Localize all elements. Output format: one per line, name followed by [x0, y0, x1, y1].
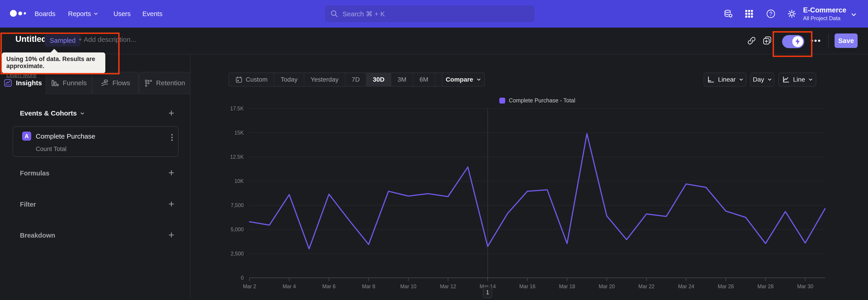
project-selector[interactable]: E-Commerce All Project Data: [803, 0, 855, 28]
add-to-board-icon[interactable]: [762, 35, 773, 46]
range-custom[interactable]: Custom: [229, 73, 274, 86]
flows-icon: [101, 79, 109, 87]
sampled-badge[interactable]: Sampled: [45, 34, 81, 47]
filter-label: Filter: [20, 201, 36, 208]
chevron-down-icon: [80, 111, 84, 115]
x-axis-label: Mar 18: [559, 283, 575, 289]
nav-item-users[interactable]: Users: [114, 0, 131, 28]
insights-icon: [4, 79, 12, 87]
x-axis-label: Mar 4: [283, 283, 296, 289]
range-today[interactable]: Today: [274, 73, 304, 86]
scale-dropdown[interactable]: Linear: [704, 72, 746, 87]
y-axis-label: 5,000: [230, 227, 244, 232]
tooltip-learn-more-link[interactable]: Learn More: [6, 71, 101, 79]
data-governance-icon[interactable]: [723, 9, 733, 19]
project-name: E-Commerce: [803, 6, 846, 14]
compare-label: Compare: [446, 76, 473, 83]
x-axis-label: Mar 6: [322, 283, 336, 289]
range-6m[interactable]: 6M: [413, 73, 435, 86]
nav-item-label: Boards: [35, 10, 55, 18]
tab-label: Flows: [112, 79, 130, 87]
nav-item-label: Events: [143, 10, 162, 18]
formulas-label: Formulas: [20, 170, 50, 177]
titlebar-divider: [828, 34, 829, 48]
scale-label: Linear: [718, 76, 736, 83]
funnels-icon: [51, 79, 59, 87]
chevron-down-icon: [94, 12, 98, 16]
apps-grid-icon[interactable]: [744, 9, 754, 19]
range-label: 3M: [398, 76, 406, 83]
more-menu-button[interactable]: •••: [811, 36, 822, 45]
pagination-page-button[interactable]: 1: [483, 287, 492, 298]
sampling-toggle[interactable]: [782, 35, 804, 48]
interval-label: Day: [753, 76, 764, 83]
range-label: Custom: [246, 76, 268, 83]
project-scope: All Project Data: [803, 15, 846, 22]
add-breakdown-button[interactable]: +: [166, 230, 176, 240]
x-axis-label: Mar 24: [678, 283, 694, 289]
x-axis-label: Mar 22: [638, 283, 655, 289]
event-series-letter: A: [25, 133, 29, 140]
nav-item-reports[interactable]: Reports: [68, 0, 98, 28]
add-formula-button[interactable]: +: [166, 168, 176, 178]
event-name[interactable]: Complete Purchase: [36, 132, 95, 140]
series-line-complete-purchase[interactable]: [250, 133, 825, 249]
nav-item-events[interactable]: Events: [143, 0, 162, 28]
range-label: 30D: [373, 76, 384, 83]
y-axis-label: 17.5K: [230, 106, 244, 112]
lightning-icon: [795, 38, 801, 45]
tab-retention[interactable]: Retention: [139, 72, 191, 94]
add-event-button[interactable]: +: [166, 109, 176, 118]
x-axis-label: Mar 26: [718, 283, 734, 289]
range-label: Yesterday: [311, 76, 339, 83]
add-description-button[interactable]: + Add description...: [78, 36, 136, 43]
charttype-dropdown[interactable]: Line: [778, 72, 816, 87]
event-metric[interactable]: Count Total: [36, 146, 66, 153]
nav-item-boards[interactable]: Boards: [35, 0, 55, 28]
search-input[interactable]: Search ⌘ + K: [325, 5, 535, 22]
events-cohorts-header[interactable]: Events & Cohorts: [20, 110, 84, 117]
mixpanel-logo-icon[interactable]: [10, 10, 26, 17]
add-filter-button[interactable]: +: [166, 200, 176, 209]
tab-label: Funnels: [63, 79, 87, 87]
sampled-badge-label: Sampled: [50, 37, 75, 44]
tab-label: Retention: [156, 79, 185, 87]
range-label: Today: [281, 76, 298, 83]
line-chart[interactable]: 17.5K15K12.5K10K7,5005,0002,5000Mar 2Mar…: [192, 97, 868, 300]
tooltip-text: Using 10% of data. Results are approxima…: [6, 56, 101, 70]
event-options-kebab-icon[interactable]: [168, 133, 176, 142]
range-30d[interactable]: 30D: [366, 73, 391, 86]
save-button[interactable]: Save: [835, 33, 858, 48]
copy-link-icon[interactable]: [746, 35, 757, 46]
range-yesterday[interactable]: Yesterday: [304, 73, 345, 86]
report-title[interactable]: Untitled: [16, 34, 46, 44]
sampling-tooltip: Using 10% of data. Results are approxima…: [2, 53, 105, 73]
y-axis-label: 15K: [235, 130, 244, 136]
chevron-down-icon: [851, 12, 855, 16]
breakdown-label: Breakdown: [20, 232, 55, 239]
event-card[interactable]: A Complete Purchase Count Total: [13, 126, 179, 157]
range-label: 7D: [352, 76, 360, 83]
date-range-segmented-control: Custom Today Yesterday 7D 30D 3M 6M 12M: [228, 72, 460, 87]
help-icon[interactable]: ?: [766, 9, 776, 19]
y-axis-label: 12.5K: [230, 154, 244, 160]
charttype-label: Line: [793, 76, 805, 83]
range-7d[interactable]: 7D: [345, 73, 367, 86]
x-axis-label: Mar 16: [519, 283, 535, 289]
pagination-page-number: 1: [486, 289, 489, 296]
events-cohorts-label: Events & Cohorts: [20, 110, 77, 117]
interval-dropdown[interactable]: Day: [750, 72, 774, 87]
x-axis-label: Mar 30: [797, 283, 813, 289]
settings-icon[interactable]: [787, 9, 797, 19]
search-icon: [330, 10, 338, 18]
chevron-down-icon: [809, 78, 813, 82]
x-axis-label: Mar 12: [440, 283, 456, 289]
range-3m[interactable]: 3M: [391, 73, 413, 86]
compare-dropdown[interactable]: Compare: [442, 72, 485, 87]
event-series-badge: A: [22, 131, 31, 141]
svg-text:?: ?: [770, 11, 772, 17]
save-button-label: Save: [838, 37, 854, 44]
linear-scale-icon: [707, 76, 715, 83]
y-axis-label: 7,500: [230, 202, 244, 208]
line-chart-icon: [782, 76, 789, 83]
